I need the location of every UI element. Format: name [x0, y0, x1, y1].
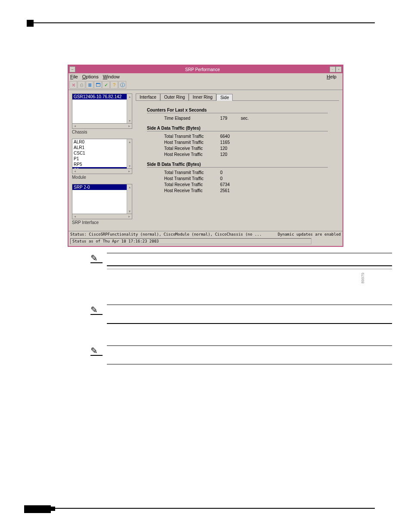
- field-value: 179: [220, 116, 237, 121]
- group-counters: Counters For Last x Seconds Time Elapsed…: [147, 108, 328, 121]
- module-listbox[interactable]: ALR0 ALR1 CSC1 P1 RP5 S2 ▴▾: [72, 139, 132, 169]
- list-item[interactable]: P1: [72, 156, 127, 162]
- group-side-a: Side A Data Traffic (Bytes) Total Transm…: [147, 126, 328, 157]
- field-value: 0: [220, 170, 237, 175]
- window-maximize-icon[interactable]: ▫: [336, 66, 342, 72]
- note-block: [90, 305, 392, 324]
- note-text: [107, 308, 392, 314]
- status-asof: Status as of Thu Apr 10 17:16:23 2003: [70, 238, 311, 244]
- field-value: 120: [220, 146, 237, 151]
- field-value: 6734: [220, 182, 237, 187]
- toolbar-btn-5[interactable]: ?: [110, 81, 118, 89]
- tab-inner-ring[interactable]: Inner Ring: [189, 93, 216, 100]
- tab-interface[interactable]: Interface: [136, 93, 160, 100]
- field-label: Time Elapsed: [164, 116, 220, 121]
- window-title: SRP Performance: [75, 67, 330, 72]
- toolbar-btn-4[interactable]: ✓: [102, 81, 110, 89]
- scrollbar-vertical[interactable]: ▴▾: [127, 139, 132, 168]
- statusbar: Status: CiscoSRPFunctionality (normal), …: [68, 231, 342, 237]
- menu-file[interactable]: File: [70, 74, 78, 79]
- srp-performance-window: – SRP Performance · ▫ File Options Windo…: [68, 65, 343, 247]
- note-block: [90, 253, 392, 269]
- list-item[interactable]: ALR0: [72, 139, 127, 145]
- toolbar-btn-3[interactable]: 🗔: [94, 81, 102, 89]
- field-unit: sec.: [241, 116, 249, 121]
- field-label: Host Receive Traffic: [164, 152, 220, 157]
- field-label: Total Transmit Traffic: [164, 170, 220, 175]
- scrollbar-vertical[interactable]: ▴▾: [127, 94, 132, 123]
- note-pencil-icon: [90, 345, 103, 355]
- field-label: Total Receive Traffic: [164, 182, 220, 187]
- toolbar-btn-0[interactable]: ⤨: [69, 81, 77, 89]
- page-number-block: [24, 505, 51, 513]
- group-side-b: Side B Data Traffic (Bytes) Total Transm…: [147, 162, 328, 193]
- scrollbar-vertical[interactable]: ▴▾: [127, 184, 132, 214]
- figure-id: 89979: [361, 273, 365, 283]
- field-value: 2561: [220, 188, 237, 193]
- menu-options[interactable]: Options: [82, 74, 99, 79]
- group-title: Side A Data Traffic (Bytes): [147, 126, 328, 131]
- field-value: 120: [220, 152, 237, 157]
- menu-window[interactable]: Window: [103, 74, 120, 79]
- list-item[interactable]: S2: [72, 167, 127, 168]
- chassis-listbox[interactable]: GSR12406-10.76.82.142 ▴▾: [72, 93, 132, 124]
- menu-help[interactable]: Help: [327, 74, 336, 79]
- toolbar: ⤨ ⎙ ≣ 🗔 ✓ ? ⓘ: [68, 80, 342, 90]
- scrollbar-horizontal[interactable]: ◂▸: [72, 214, 132, 219]
- group-title: Counters For Last x Seconds: [147, 108, 328, 113]
- status-left: Status: CiscoSRPFunctionality (normal), …: [70, 232, 278, 236]
- page-top-rule: [27, 22, 375, 23]
- field-value: 6640: [220, 134, 237, 139]
- window-menu-icon[interactable]: –: [69, 66, 75, 72]
- list-item[interactable]: RP5: [72, 162, 127, 167]
- group-title: Side B Data Traffic (Bytes): [147, 162, 328, 168]
- page-corner-mark: [27, 20, 34, 27]
- field-label: Total Transmit Traffic: [164, 134, 220, 139]
- menubar: File Options Window Help: [68, 73, 342, 80]
- right-panel: Interface Outer Ring Inner Ring Side Cou…: [136, 93, 339, 227]
- module-label: Module: [72, 175, 132, 180]
- note-pencil-icon: [90, 305, 103, 314]
- list-item[interactable]: SRP 2-0: [72, 184, 127, 190]
- titlebar: – SRP Performance · ▫: [68, 65, 342, 73]
- page-bottom-rule: [55, 508, 375, 509]
- note-block: [90, 345, 392, 365]
- field-label: Host Transmit Traffic: [164, 176, 220, 181]
- field-label: Host Receive Traffic: [164, 188, 220, 193]
- srp-listbox[interactable]: SRP 2-0 ▴▾: [72, 184, 132, 214]
- field-value: 0: [220, 176, 237, 181]
- srp-interface-label: SRP Interface: [72, 220, 132, 225]
- note-text: [107, 256, 392, 262]
- field-label: Host Transmit Traffic: [164, 140, 220, 145]
- list-item[interactable]: CSC1: [72, 150, 127, 156]
- toolbar-btn-6[interactable]: ⓘ: [118, 81, 126, 89]
- list-item[interactable]: ALR1: [72, 145, 127, 150]
- toolbar-btn-1[interactable]: ⎙: [78, 81, 85, 89]
- tab-side[interactable]: Side: [216, 94, 233, 101]
- field-value: 1165: [220, 140, 237, 145]
- status-right: Dynamic updates are enabled: [278, 232, 341, 236]
- page-corner-mark-bottom: [51, 507, 55, 511]
- toolbar-btn-2[interactable]: ≣: [86, 81, 93, 89]
- note-pencil-icon: [90, 253, 103, 262]
- scrollbar-horizontal[interactable]: ◂▸: [72, 124, 132, 129]
- field-label: Total Receive Traffic: [164, 146, 220, 151]
- chassis-label: Chassis: [72, 130, 132, 134]
- window-minimize-icon[interactable]: ·: [330, 66, 336, 72]
- scrollbar-horizontal[interactable]: ◂▸: [72, 169, 132, 174]
- tab-outer-ring[interactable]: Outer Ring: [160, 93, 189, 100]
- left-panel: GSR12406-10.76.82.142 ▴▾ ◂▸ Chassis ALR0…: [72, 93, 132, 227]
- list-item[interactable]: GSR12406-10.76.82.142: [72, 94, 127, 100]
- note-text: [107, 348, 392, 355]
